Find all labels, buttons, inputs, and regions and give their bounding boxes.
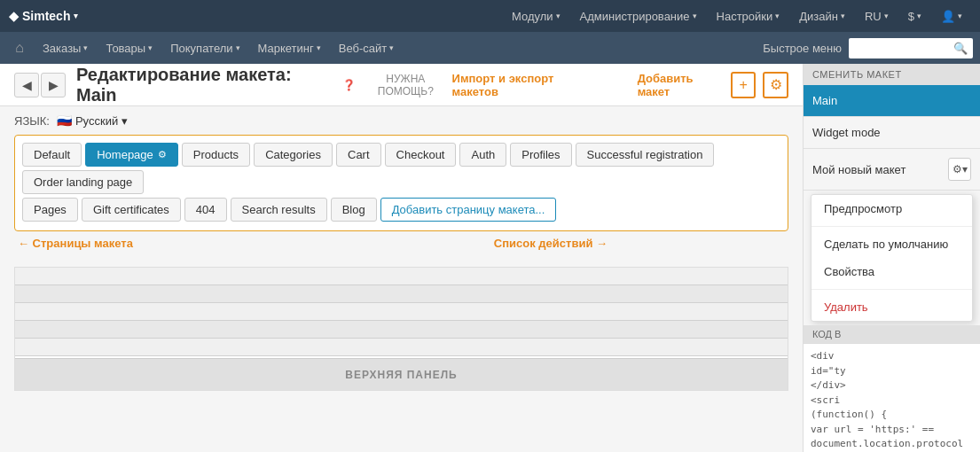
help-button[interactable]: ❓ НУЖНА ПОМОЩЬ? [342, 73, 451, 97]
tab-404[interactable]: 404 [184, 198, 227, 222]
tab-search-results[interactable]: Search results [231, 198, 327, 222]
tab-categories[interactable]: Categories [254, 143, 333, 167]
customers-menu[interactable]: Покупатели ▾ [163, 36, 247, 60]
tab-homepage[interactable]: Homepage ⚙ [85, 143, 178, 167]
tabs-row-2: Pages Gift certificates 404 Search resul… [22, 198, 780, 222]
top-nav-bar: ◆ Simtech ▾ Модули ▾ Администрирование ▾… [0, 0, 980, 32]
tab-gift-certificates[interactable]: Gift certificates [82, 198, 181, 222]
tab-pages[interactable]: Pages [22, 198, 78, 222]
top-panel-bar: ВЕРХНЯЯ ПАНЕЛЬ [15, 358, 788, 390]
tab-auth[interactable]: Auth [459, 143, 506, 167]
dropdown-divider-1 [811, 226, 972, 227]
dropdown-set-default[interactable]: Сделать по умолчанию [811, 230, 972, 258]
homepage-gear-icon: ⚙ [158, 149, 167, 160]
code-line: <div [811, 349, 973, 364]
user-menu[interactable]: 👤 ▾ [932, 4, 971, 28]
design-chevron-icon: ▾ [841, 12, 845, 20]
sidebar-item-new-layout[interactable]: Мой новый макет ⚙▾ [804, 149, 980, 191]
customers-label: Покупатели [170, 42, 232, 55]
products-label: Товары [106, 42, 145, 55]
tab-checkout[interactable]: Checkout [385, 143, 457, 167]
dropdown-properties[interactable]: Свойства [811, 258, 972, 285]
settings-menu[interactable]: Настройки ▾ [708, 4, 789, 28]
code-line: var url = 'https:' == [811, 423, 973, 438]
tab-default[interactable]: Default [22, 143, 82, 167]
add-page-button[interactable]: Добавить страницу макета... [380, 198, 557, 222]
marketing-chevron-icon: ▾ [317, 43, 321, 52]
search-wrapper: 🔍 [849, 38, 973, 58]
dropdown-menu: Предпросмотр Сделать по умолчанию Свойст… [811, 194, 973, 322]
brand-name: Simtech [22, 9, 70, 23]
marketing-label: Маркетинг [258, 42, 314, 55]
customers-chevron-icon: ▾ [236, 43, 240, 52]
marketing-menu[interactable]: Маркетинг ▾ [251, 36, 328, 60]
top-panel-label: ВЕРХНЯЯ ПАНЕЛЬ [345, 369, 457, 381]
tab-successful-registration[interactable]: Successful registration [576, 143, 715, 167]
code-line: id="ty [811, 364, 973, 379]
back-button[interactable]: ◀ [14, 73, 39, 97]
modules-label: Модули [512, 10, 553, 23]
language-menu[interactable]: RU ▾ [856, 4, 898, 28]
language-selector[interactable]: 🇷🇺 Русский ▾ [57, 113, 128, 128]
sidebar-item-widget-mode[interactable]: Widget mode [804, 117, 980, 149]
admin-label: Администрирование [580, 10, 690, 23]
dropdown-delete[interactable]: Удалить [811, 293, 972, 321]
website-menu[interactable]: Веб-сайт ▾ [332, 36, 401, 60]
dropdown-divider-2 [811, 289, 972, 290]
tab-order-landing-page[interactable]: Order landing page [22, 170, 144, 194]
brand-logo[interactable]: ◆ Simtech ▾ [9, 9, 78, 23]
layout-settings-button[interactable]: ⚙ [763, 72, 788, 98]
quick-menu-label: Быстрое меню [763, 42, 842, 55]
language-label: ЯЗЫК: [14, 114, 50, 128]
header-right-actions: Импорт и экспорт макетов Добавить макет … [452, 72, 788, 98]
search-icon[interactable]: 🔍 [953, 42, 968, 55]
website-label: Веб-сайт [339, 42, 387, 55]
design-label: Дизайн [799, 10, 838, 23]
left-panel: ◀ ▶ Редактирование макета: Main ❓ НУЖНА … [0, 64, 803, 452]
tabs-row-1: Default Homepage ⚙ Products Categories C… [22, 143, 780, 194]
brand-chevron-icon: ▾ [74, 12, 78, 20]
dropdown-preview-label: Предпросмотр [824, 202, 902, 215]
sidebar-main-label: Main [812, 94, 837, 107]
sidebar-item-main[interactable]: Main [804, 85, 980, 117]
tab-profiles[interactable]: Profiles [510, 143, 571, 167]
language-arrow-icon: ▾ [122, 114, 128, 128]
user-icon: 👤 [941, 10, 955, 23]
tab-blog[interactable]: Blog [331, 198, 377, 222]
add-layout-button[interactable]: + [731, 72, 757, 98]
flag-icon: 🇷🇺 [57, 113, 72, 128]
language-bar: ЯЗЫК: 🇷🇺 Русский ▾ [0, 106, 803, 135]
language-chevron-icon: ▾ [884, 12, 889, 20]
import-export-annotation: Импорт и экспорт макетов [452, 72, 595, 98]
stripe-4 [15, 321, 788, 339]
design-menu[interactable]: Дизайн ▾ [790, 4, 854, 28]
editor-header: ◀ ▶ Редактирование макета: Main ❓ НУЖНА … [0, 64, 803, 106]
settings-chevron-icon: ▾ [775, 12, 780, 20]
sidebar-header: СМЕНИТЬ МАКЕТ [804, 64, 980, 85]
modules-menu[interactable]: Модули ▾ [503, 4, 569, 28]
dropdown-properties-label: Свойства [824, 265, 874, 278]
main-content: ◀ ▶ Редактирование макета: Main ❓ НУЖНА … [0, 64, 980, 452]
brand-icon: ◆ [9, 9, 19, 23]
dropdown-set-default-label: Сделать по умолчанию [824, 238, 948, 251]
help-icon: ❓ [342, 79, 356, 91]
home-icon[interactable]: ⌂ [7, 35, 32, 60]
admin-menu[interactable]: Администрирование ▾ [571, 4, 706, 28]
tab-cart[interactable]: Cart [336, 143, 381, 167]
tabs-container: Default Homepage ⚙ Products Categories C… [14, 135, 788, 231]
forward-button[interactable]: ▶ [41, 73, 66, 97]
dropdown-preview[interactable]: Предпросмотр [811, 195, 972, 222]
stripe-5 [15, 339, 788, 356]
website-chevron-icon: ▾ [389, 43, 394, 52]
currency-menu[interactable]: $ ▾ [899, 4, 930, 28]
sidebar-gear-button[interactable]: ⚙▾ [948, 158, 971, 181]
orders-menu[interactable]: Заказы ▾ [35, 36, 95, 60]
top-nav-left: ◆ Simtech ▾ [9, 9, 78, 23]
tab-products[interactable]: Products [182, 143, 250, 167]
page-title: Редактирование макета: Main [76, 65, 325, 105]
annotations-row: ← Страницы макета Список действий → [0, 231, 803, 260]
settings-label: Настройки [717, 10, 773, 23]
code-line: (function() { [811, 408, 973, 423]
code-line: <scri [811, 394, 973, 409]
products-menu[interactable]: Товары ▾ [98, 36, 160, 60]
